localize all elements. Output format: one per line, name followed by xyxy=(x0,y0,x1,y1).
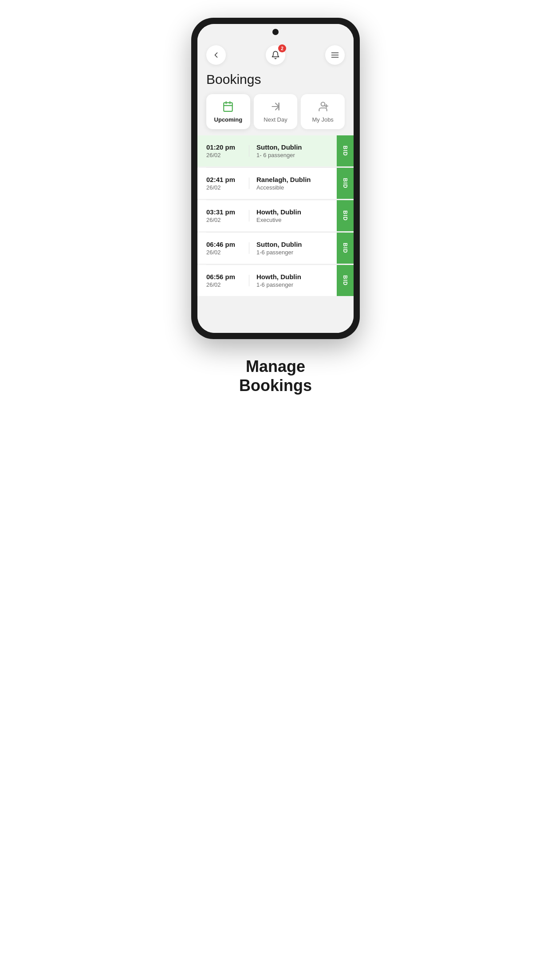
booking-date: 26/02 xyxy=(206,152,242,158)
booking-location: Sutton, Dublin xyxy=(256,241,331,248)
booking-row: 01:20 pm 26/02 Sutton, Dublin 1- 6 passe… xyxy=(197,135,354,166)
booking-info: Sutton, Dublin 1- 6 passenger xyxy=(256,143,331,158)
booking-info: Howth, Dublin Executive xyxy=(256,208,331,223)
phone-screen: 2 Bookings xyxy=(197,24,354,333)
booking-location: Howth, Dublin xyxy=(256,208,331,216)
booking-time: 06:46 pm xyxy=(206,241,242,248)
booking-type: 1-6 passenger xyxy=(256,249,331,256)
booking-info: Sutton, Dublin 1-6 passenger xyxy=(256,241,331,256)
booking-location: Howth, Dublin xyxy=(256,273,331,281)
booking-divider xyxy=(249,275,249,286)
booking-type: 1- 6 passenger xyxy=(256,152,331,158)
back-button[interactable] xyxy=(206,45,226,65)
booking-divider xyxy=(249,145,249,157)
booking-date: 26/02 xyxy=(206,249,242,256)
tab-next-day[interactable]: Next Day xyxy=(254,94,298,129)
booking-time: 02:41 pm xyxy=(206,176,242,183)
bid-button[interactable]: BID xyxy=(337,233,354,264)
svg-rect-3 xyxy=(224,103,233,111)
page-title: Bookings xyxy=(197,72,354,94)
status-bar xyxy=(197,24,354,40)
tab-upcoming[interactable]: Upcoming xyxy=(206,94,250,129)
booking-date: 26/02 xyxy=(206,184,242,191)
booking-time: 06:56 pm xyxy=(206,273,242,281)
booking-type: 1-6 passenger xyxy=(256,281,331,288)
booking-location: Sutton, Dublin xyxy=(256,143,331,151)
booking-divider xyxy=(249,210,249,221)
tab-next-day-label: Next Day xyxy=(264,116,287,123)
booking-info: Ranelagh, Dublin Accessible xyxy=(256,176,331,191)
bid-button[interactable]: BID xyxy=(337,265,354,296)
booking-type: Executive xyxy=(256,217,331,223)
booking-time: 03:31 pm xyxy=(206,208,242,216)
notification-badge: 2 xyxy=(278,44,286,52)
tab-my-jobs-label: My Jobs xyxy=(312,116,333,123)
booking-time-block: 06:56 pm 26/02 xyxy=(206,273,242,288)
bid-button[interactable]: BID xyxy=(337,168,354,199)
booking-date: 26/02 xyxy=(206,281,242,288)
notification-button[interactable]: 2 xyxy=(266,45,285,65)
camera-notch xyxy=(272,29,279,35)
booking-row-inner: 02:41 pm 26/02 Ranelagh, Dublin Accessib… xyxy=(197,168,337,199)
booking-list: 01:20 pm 26/02 Sutton, Dublin 1- 6 passe… xyxy=(197,135,354,297)
booking-time-block: 01:20 pm 26/02 xyxy=(206,143,242,158)
bid-button[interactable]: BID xyxy=(337,135,354,166)
booking-divider xyxy=(249,242,249,254)
tab-bar: Upcoming Next Day xyxy=(197,94,354,135)
svg-point-9 xyxy=(321,102,325,106)
booking-row-inner: 06:56 pm 26/02 Howth, Dublin 1-6 passeng… xyxy=(197,265,337,296)
booking-time-block: 02:41 pm 26/02 xyxy=(206,176,242,191)
booking-row-inner: 01:20 pm 26/02 Sutton, Dublin 1- 6 passe… xyxy=(197,135,337,166)
arrow-right-icon xyxy=(269,100,282,113)
booking-row: 02:41 pm 26/02 Ranelagh, Dublin Accessib… xyxy=(197,168,354,199)
booking-time: 01:20 pm xyxy=(206,143,242,151)
back-icon xyxy=(212,51,220,59)
bid-button[interactable]: BID xyxy=(337,200,354,231)
bell-icon xyxy=(271,51,280,59)
booking-location: Ranelagh, Dublin xyxy=(256,176,331,183)
tab-upcoming-label: Upcoming xyxy=(214,116,243,123)
booking-row: 06:46 pm 26/02 Sutton, Dublin 1-6 passen… xyxy=(197,233,354,264)
user-plus-icon xyxy=(317,100,329,113)
calendar-icon xyxy=(222,100,234,113)
booking-row: 06:56 pm 26/02 Howth, Dublin 1-6 passeng… xyxy=(197,265,354,296)
bottom-label: ManageBookings xyxy=(239,357,312,395)
booking-row: 03:31 pm 26/02 Howth, Dublin Executive B… xyxy=(197,200,354,231)
booking-info: Howth, Dublin 1-6 passenger xyxy=(256,273,331,288)
phone-device: 2 Bookings xyxy=(191,18,360,339)
bottom-title: ManageBookings xyxy=(239,357,312,395)
booking-time-block: 03:31 pm 26/02 xyxy=(206,208,242,223)
booking-date: 26/02 xyxy=(206,217,242,223)
app-content: 2 Bookings xyxy=(197,40,354,333)
booking-row-inner: 06:46 pm 26/02 Sutton, Dublin 1-6 passen… xyxy=(197,233,337,264)
booking-type: Accessible xyxy=(256,184,331,191)
menu-icon xyxy=(331,51,339,59)
booking-divider xyxy=(249,178,249,189)
booking-time-block: 06:46 pm 26/02 xyxy=(206,241,242,256)
menu-button[interactable] xyxy=(325,45,345,65)
booking-row-inner: 03:31 pm 26/02 Howth, Dublin Executive xyxy=(197,200,337,231)
top-nav: 2 xyxy=(197,40,354,72)
tab-my-jobs[interactable]: My Jobs xyxy=(301,94,345,129)
